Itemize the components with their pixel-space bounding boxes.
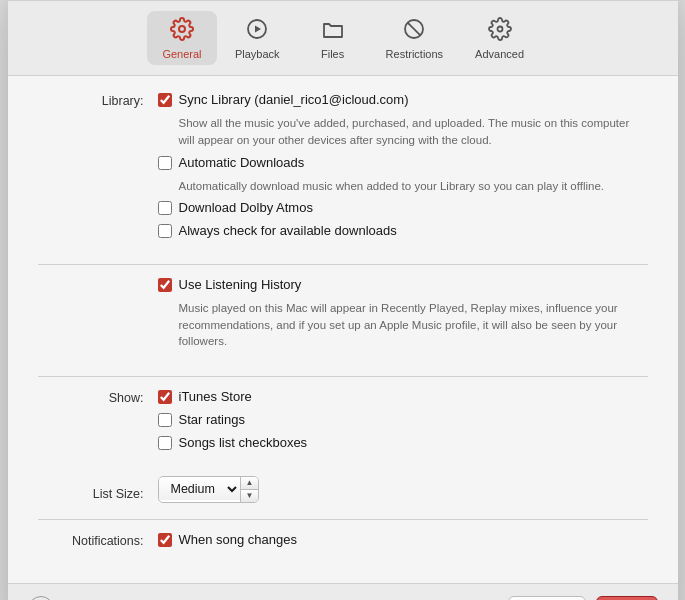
footer-buttons: Cancel OK <box>508 596 658 600</box>
download-dolby-label: Download Dolby Atmos <box>179 200 313 217</box>
itunes-store-checkbox[interactable] <box>158 390 172 404</box>
auto-downloads-label: Automatic Downloads <box>179 155 305 172</box>
when-song-row: When song changes <box>158 532 648 549</box>
content-area: Library: Sync Library (daniel_rico1@iclo… <box>8 76 678 582</box>
tab-general[interactable]: General <box>147 11 217 65</box>
always-check-row: Always check for available downloads <box>158 223 648 240</box>
notifications-label: Notifications: <box>38 532 158 567</box>
divider-3 <box>38 519 648 520</box>
when-song-label: When song changes <box>179 532 298 549</box>
tab-playback[interactable]: Playback <box>221 11 294 65</box>
listening-content: Use Listening History Music played on th… <box>158 277 648 368</box>
when-song-checkbox[interactable] <box>158 533 172 547</box>
star-ratings-label: Star ratings <box>179 412 245 429</box>
general-dialog: General General Playback <box>8 0 678 600</box>
cancel-button[interactable]: Cancel <box>508 596 586 600</box>
use-listening-row: Use Listening History <box>158 277 648 294</box>
tab-restrictions[interactable]: Restrictions <box>372 11 457 65</box>
ok-button[interactable]: OK <box>596 596 658 600</box>
use-listening-checkbox[interactable] <box>158 278 172 292</box>
sync-library-checkbox[interactable] <box>158 93 172 107</box>
play-icon <box>245 17 269 45</box>
gear-advanced-icon <box>488 17 512 45</box>
svg-marker-1 <box>255 26 261 33</box>
itunes-store-row: iTunes Store <box>158 389 648 406</box>
use-listening-desc: Music played on this Mac will appear in … <box>179 300 648 350</box>
stepper-up-button[interactable]: ▲ <box>241 477 259 490</box>
always-check-checkbox[interactable] <box>158 224 172 238</box>
ban-icon <box>402 17 426 45</box>
show-section: Show: iTunes Store Star ratings Songs li… <box>38 389 648 470</box>
star-ratings-row: Star ratings <box>158 412 648 429</box>
songs-list-row: Songs list checkboxes <box>158 435 648 452</box>
gear-icon <box>170 17 194 45</box>
footer: ? Cancel OK <box>8 583 678 600</box>
tab-general-label: General <box>162 48 201 60</box>
sync-library-row: Sync Library (daniel_rico1@icloud.com) <box>158 92 648 109</box>
library-section: Library: Sync Library (daniel_rico1@iclo… <box>38 92 648 256</box>
auto-downloads-row: Automatic Downloads <box>158 155 648 172</box>
download-dolby-checkbox[interactable] <box>158 201 172 215</box>
show-label: Show: <box>38 389 158 470</box>
toolbar: General Playback Files <box>8 1 678 76</box>
sync-library-desc: Show all the music you've added, purchas… <box>179 115 648 148</box>
list-size-section: List Size: Small Medium Large ▲ ▼ <box>38 476 648 511</box>
library-content: Sync Library (daniel_rico1@icloud.com) S… <box>158 92 648 256</box>
itunes-store-label: iTunes Store <box>179 389 252 406</box>
help-button[interactable]: ? <box>28 596 54 600</box>
divider-2 <box>38 376 648 377</box>
folder-icon <box>321 17 345 45</box>
list-size-label: List Size: <box>38 485 158 501</box>
tab-advanced-label: Advanced <box>475 48 524 60</box>
sync-library-label: Sync Library (daniel_rico1@icloud.com) <box>179 92 409 109</box>
svg-point-4 <box>497 27 502 32</box>
show-content: iTunes Store Star ratings Songs list che… <box>158 389 648 470</box>
list-size-select[interactable]: Small Medium Large <box>159 478 240 500</box>
divider-1 <box>38 264 648 265</box>
use-listening-label: Use Listening History <box>179 277 302 294</box>
stepper-down-button[interactable]: ▼ <box>241 490 259 502</box>
tab-restrictions-label: Restrictions <box>386 48 443 60</box>
list-size-content: Small Medium Large ▲ ▼ <box>158 476 648 511</box>
svg-line-3 <box>408 23 421 36</box>
songs-list-label: Songs list checkboxes <box>179 435 308 452</box>
tab-advanced[interactable]: Advanced <box>461 11 538 65</box>
star-ratings-checkbox[interactable] <box>158 413 172 427</box>
listening-section: Use Listening History Music played on th… <box>38 277 648 368</box>
auto-downloads-desc: Automatically download music when added … <box>179 178 648 195</box>
songs-list-checkbox[interactable] <box>158 436 172 450</box>
auto-downloads-checkbox[interactable] <box>158 156 172 170</box>
tab-files[interactable]: Files <box>298 11 368 65</box>
tab-playback-label: Playback <box>235 48 280 60</box>
stepper-buttons: ▲ ▼ <box>240 477 259 502</box>
library-label: Library: <box>38 92 158 256</box>
listening-empty-label <box>38 277 158 368</box>
notifications-section: Notifications: When song changes <box>38 532 648 567</box>
always-check-label: Always check for available downloads <box>179 223 397 240</box>
list-size-stepper: Small Medium Large ▲ ▼ <box>158 476 260 503</box>
download-dolby-row: Download Dolby Atmos <box>158 200 648 217</box>
tab-files-label: Files <box>321 48 344 60</box>
notifications-content: When song changes <box>158 532 648 567</box>
